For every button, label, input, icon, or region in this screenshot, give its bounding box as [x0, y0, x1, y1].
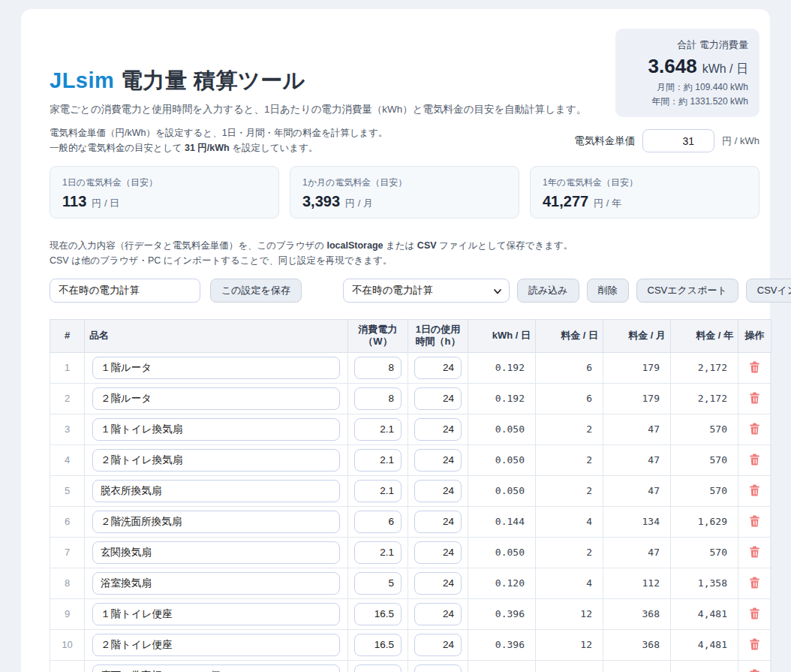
- hours-cell: [408, 660, 468, 672]
- total-kwh-unit: kWh / 日: [702, 62, 748, 77]
- monthly-cost-unit: 円 / 月: [345, 197, 373, 210]
- delete-row-button[interactable]: [746, 359, 763, 375]
- appliance-name-input[interactable]: [92, 480, 340, 502]
- watts-cell: [348, 414, 408, 444]
- hours-input[interactable]: [414, 357, 462, 379]
- hours-input[interactable]: [414, 634, 462, 656]
- delete-row-button[interactable]: [746, 667, 763, 672]
- csv-export-button[interactable]: CSVエクスポート: [636, 279, 738, 303]
- daily-cost-value: 113: [62, 193, 86, 210]
- appliance-name-input[interactable]: [92, 603, 340, 625]
- save-load-controls: この設定を保存 不在時の電力計算 読み込み 削除 CSVエクスポート CSVイン…: [30, 279, 759, 303]
- storage-description-line2: CSV は他のブラウザ・PC にインポートすることで、同じ設定を再現できます。: [50, 253, 759, 268]
- watts-input[interactable]: [354, 449, 402, 472]
- appliance-name-cell: [85, 629, 348, 660]
- load-button[interactable]: 読み込み: [517, 279, 579, 303]
- rate-input[interactable]: [642, 129, 714, 152]
- appliance-name-input[interactable]: [92, 634, 340, 656]
- rate-section: 電気料金単価（円/kWh）を設定すると、1日・月間・年間の料金を計算します。 一…: [30, 126, 759, 155]
- app-card: JLsim 電力量 積算ツール 家電ごとの消費電力と使用時間を入力すると、1日あ…: [21, 9, 770, 672]
- daily-cost-unit: 円 / 日: [92, 197, 119, 210]
- watts-input[interactable]: [354, 541, 402, 564]
- col-header-cost-month: 料金 / 月: [603, 319, 671, 352]
- cost-per-month-value: 179: [603, 352, 671, 383]
- col-header-index: #: [50, 319, 85, 352]
- delete-row-button[interactable]: [746, 605, 763, 622]
- trash-icon: [749, 580, 760, 591]
- hours-input[interactable]: [414, 480, 462, 502]
- delete-row-button[interactable]: [746, 390, 763, 406]
- appliance-name-input[interactable]: [92, 664, 340, 672]
- trash-icon: [749, 426, 760, 437]
- kwh-per-day-value: 0.192: [468, 383, 536, 414]
- delete-row-button[interactable]: [746, 544, 763, 560]
- appliance-name-cell: [85, 352, 348, 383]
- row-index: 4: [50, 444, 85, 475]
- cost-per-year-value: 570: [671, 475, 738, 506]
- appliance-name-cell: [85, 537, 348, 568]
- table-row: 50.050247570: [50, 475, 771, 506]
- hours-cell: [408, 444, 468, 475]
- title-block: JLsim 電力量 積算ツール 家電ごとの消費電力と使用時間を入力すると、1日あ…: [30, 66, 586, 117]
- appliance-name-input[interactable]: [92, 449, 340, 472]
- delete-row-button[interactable]: [746, 451, 763, 468]
- appliance-name-cell: [85, 444, 348, 475]
- preset-select[interactable]: 不在時の電力計算: [343, 279, 510, 303]
- delete-row-button[interactable]: [746, 513, 763, 529]
- delete-row-button[interactable]: [746, 574, 763, 591]
- appliance-name-input[interactable]: [92, 387, 340, 410]
- hours-input[interactable]: [414, 387, 462, 410]
- hours-input[interactable]: [414, 572, 462, 595]
- table-row: 40.050247570: [50, 444, 771, 475]
- trash-icon: [749, 395, 760, 406]
- hours-input[interactable]: [414, 449, 462, 472]
- row-actions-cell: [738, 629, 771, 660]
- watts-input[interactable]: [354, 480, 402, 502]
- appliance-name-input[interactable]: [92, 511, 340, 533]
- delete-row-button[interactable]: [746, 420, 763, 437]
- cost-per-day-value: 2: [536, 660, 603, 672]
- watts-input[interactable]: [354, 603, 402, 625]
- watts-input[interactable]: [354, 357, 402, 379]
- delete-row-button[interactable]: [746, 482, 763, 499]
- csv-import-button[interactable]: CSVインポート: [746, 279, 791, 303]
- watts-input[interactable]: [354, 572, 402, 595]
- appliance-name-cell: [85, 506, 348, 537]
- hours-input[interactable]: [414, 664, 462, 672]
- appliance-name-cell: [85, 568, 348, 598]
- hours-input[interactable]: [414, 603, 462, 625]
- hours-input[interactable]: [414, 541, 462, 564]
- cost-per-year-value: 1,629: [671, 506, 738, 537]
- appliance-name-input[interactable]: [92, 357, 340, 379]
- trash-icon: [749, 364, 760, 375]
- cost-per-month-value: 112: [603, 568, 671, 598]
- table-row: 110.050247570: [50, 660, 771, 672]
- hours-input[interactable]: [414, 418, 462, 441]
- watts-cell: [348, 537, 408, 568]
- cost-per-day-value: 2: [536, 414, 603, 444]
- table-row: 10.19261792,172: [50, 352, 771, 383]
- appliance-name-input[interactable]: [92, 541, 340, 564]
- storage-description-line1: 現在の入力内容（行データと電気料金単価）を、このブラウザの localStora…: [50, 238, 759, 253]
- watts-input[interactable]: [354, 418, 402, 441]
- appliance-name-input[interactable]: [92, 572, 340, 595]
- kwh-per-day-value: 0.050: [468, 475, 536, 506]
- page-title-rest: 電力量 積算ツール: [114, 68, 305, 92]
- cost-per-month-value: 179: [603, 383, 671, 414]
- watts-input[interactable]: [354, 664, 402, 672]
- summary-label: 合計 電力消費量: [627, 38, 748, 52]
- watts-input[interactable]: [354, 387, 402, 410]
- preset-name-input[interactable]: [50, 279, 200, 303]
- watts-input[interactable]: [354, 511, 402, 533]
- save-settings-button[interactable]: この設定を保存: [210, 279, 302, 303]
- total-consumption-summary: 合計 電力消費量 3.648 kWh / 日 月間：約 109.440 kWh …: [615, 29, 759, 117]
- delete-row-button[interactable]: [746, 636, 763, 652]
- hours-input[interactable]: [414, 511, 462, 533]
- daily-cost-card: 1日の電気料金（目安） 113 円 / 日: [50, 166, 279, 218]
- delete-button[interactable]: 削除: [587, 279, 629, 303]
- daily-cost-label: 1日の電気料金（目安）: [62, 176, 266, 189]
- appliance-name-cell: [85, 660, 348, 672]
- appliance-name-input[interactable]: [92, 418, 340, 441]
- row-index: 6: [50, 506, 85, 537]
- watts-input[interactable]: [354, 634, 402, 656]
